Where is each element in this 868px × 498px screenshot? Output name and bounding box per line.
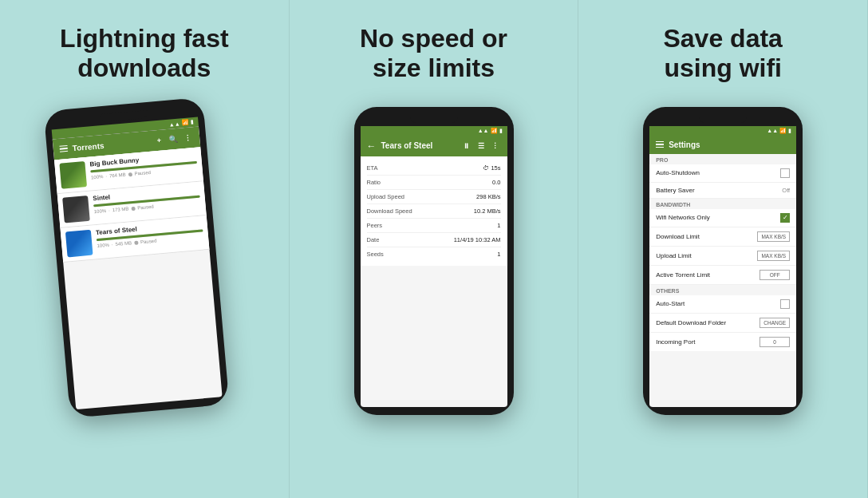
section-others-header: OTHERS [649,285,796,295]
status-icons-3: ▲▲ 📶 ▮ [767,128,791,134]
detail-value-seeds: 1 [497,251,500,258]
add-icon[interactable]: + [153,134,165,146]
panel-2: No speed orsize limits ▲▲ 📶 ▮ ← Tears of… [290,0,579,498]
torrent-size-sintel: 173 MB [112,206,128,212]
battery-icon-2: ▮ [499,128,503,134]
phone-3: ▲▲ 📶 ▮ Settings PRO Auto-Shutdown Batter… [643,107,803,415]
torrent-status-tos: Paused [140,238,157,244]
settings-auto-shutdown[interactable]: Auto-Shutdown [649,164,796,183]
panel-3-title: Save datausing wifi [663,24,782,83]
panel-2-title: No speed orsize limits [360,24,507,83]
detail-value-ratio: 0.0 [492,179,500,186]
active-torrent-label: Active Torrent Limit [656,271,760,279]
status-icons-2: ▲▲ 📶 ▮ [478,128,503,134]
detail-label-upload: Upload Speed [367,193,405,200]
wifi-only-checkbox[interactable]: ✓ [780,213,790,223]
panel-3: Save datausing wifi ▲▲ 📶 ▮ Settings PRO … [578,0,868,498]
torrent-size-tos: 545 MB [115,240,132,247]
phone-2-screen: ← Tears of Steel ⏸ ☰ ⋮ ETA ⏱ 15s Ratio 0… [361,136,507,407]
settings-download-folder[interactable]: Default Download Folder CHANGE [649,314,796,333]
detail-label-ratio: Ratio [367,179,381,186]
phone-1-toolbar-icons: + 🔍 ⋮ [153,132,194,146]
detail-value-download: 10.2 MB/s [474,208,501,215]
wifi-only-label: Wifi Networks Only [656,214,780,221]
torrent-status-bbb: Paused [134,170,151,176]
more-icon-2[interactable]: ⋮ [490,140,501,152]
phone-2-status-bar: ▲▲ 📶 ▮ [361,126,507,136]
phone-2-toolbar: ← Tears of Steel ⏸ ☰ ⋮ [361,136,507,156]
settings-auto-start[interactable]: Auto-Start [649,295,796,314]
section-bandwidth-header: BANDWIDTH [649,199,796,209]
torrent-percent-tos: 100% [97,242,109,247]
paused-dot-sintel [131,206,135,210]
paused-dot-bbb [128,172,132,176]
phone-1: ▲▲ 📶 ▮ Torrents + 🔍 ⋮ [43,97,229,417]
download-limit-label: Download Limit [656,233,757,240]
torrent-info-tos: Tears of Steel 100% · 545 MB Paused [96,219,204,248]
torrent-sep-sintel: · [108,208,110,212]
settings-incoming-port[interactable]: Incoming Port 0 [649,333,796,351]
wifi-icon-2: ▲▲ [478,128,489,133]
section-pro-header: PRO [649,154,796,164]
detail-download: Download Speed 10.2 MB/s [367,204,501,219]
auto-shutdown-label: Auto-Shutdown [656,169,780,176]
battery-saver-label: Battery Saver [656,187,782,194]
phone-3-toolbar-title: Settings [669,140,790,149]
torrent-list: Big Buck Bunny 100% · 764 MB Paused [54,147,210,263]
phone-1-screen: Torrents + 🔍 ⋮ Big Buck Bunny [53,126,223,409]
detail-eta: ETA ⏱ 15s [367,161,501,176]
battery-saver-value: Off [782,187,790,194]
torrent-sep-tos: · [111,242,112,247]
detail-upload: Upload Speed 298 KB/s [367,190,501,204]
detail-value-peers: 1 [497,222,500,229]
panel-1-title: Lightning fastdownloads [60,24,229,83]
status-icons-1: ▲▲ 📶 ▮ [168,119,193,128]
list-icon[interactable]: ☰ [475,140,487,152]
auto-shutdown-checkbox[interactable] [780,168,790,178]
torrent-size-bbb: 764 MB [109,172,126,178]
detail-label-download: Download Speed [367,208,412,215]
upload-limit-label: Upload Limit [656,252,757,259]
settings-battery-saver[interactable]: Battery Saver Off [649,183,796,199]
panel-1: Lightning fastdownloads ▲▲ 📶 ▮ Torrents … [0,0,290,498]
upload-limit-button[interactable]: MAX KB/S [757,251,790,261]
phone-3-status-bar: ▲▲ 📶 ▮ [649,126,796,136]
detail-seeds: Seeds 1 [367,247,501,261]
more-icon[interactable]: ⋮ [181,132,193,144]
search-icon[interactable]: 🔍 [168,132,180,144]
detail-label-seeds: Seeds [367,251,384,258]
back-icon[interactable]: ← [367,140,377,152]
wifi-icon-3: ▲▲ [767,128,778,133]
torrent-sep-bbb: · [105,173,107,178]
active-torrent-button[interactable]: OFF [760,270,790,280]
phone-3-screen: Settings PRO Auto-Shutdown Battery Saver… [649,136,796,407]
wifi-icon: ▲▲ [168,121,180,127]
pause-icon[interactable]: ⏸ [461,140,472,152]
download-limit-button[interactable]: MAX KB/S [757,231,790,242]
torrent-thumb-bbb [59,161,87,189]
phone-2-toolbar-icons: ⏸ ☰ ⋮ [461,140,501,152]
hamburger-icon-3[interactable] [656,141,664,148]
signal-icon-2: 📶 [491,128,498,134]
detail-table: ETA ⏱ 15s Ratio 0.0 Upload Speed 298 KB/… [361,156,507,266]
phone-2-toolbar-title: Tears of Steel [381,141,456,150]
detail-label-eta: ETA [367,164,378,172]
signal-icon: 📶 [181,119,189,126]
settings-active-torrent[interactable]: Active Torrent Limit OFF [649,266,796,285]
torrent-info-bbb: Big Buck Bunny 100% · 764 MB Paused [89,151,198,180]
phone-2-notch [361,115,507,123]
settings-download-limit[interactable]: Download Limit MAX KB/S [649,227,796,247]
paused-dot-tos [134,240,138,244]
settings-wifi-only[interactable]: Wifi Networks Only ✓ [649,209,796,227]
incoming-port-button[interactable]: 0 [760,337,790,347]
incoming-port-label: Incoming Port [656,338,760,346]
detail-ratio: Ratio 0.0 [367,176,501,190]
auto-start-checkbox[interactable] [780,299,790,309]
phone-3-toolbar: Settings [649,136,796,154]
hamburger-icon[interactable] [59,144,68,152]
download-folder-button[interactable]: CHANGE [760,318,790,328]
torrent-thumb-tos [65,229,93,257]
detail-peers: Peers 1 [367,219,501,233]
settings-upload-limit[interactable]: Upload Limit MAX KB/S [649,247,796,266]
detail-value-eta: ⏱ 15s [483,164,500,172]
